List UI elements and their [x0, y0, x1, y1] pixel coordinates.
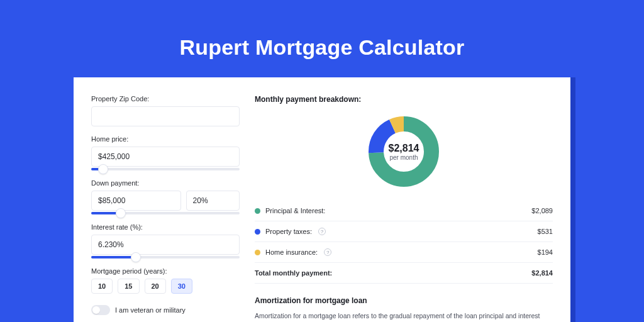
donut-chart: $2,814 per month — [366, 114, 441, 189]
breakdown-row: Principal & Interest:$2,089 — [255, 201, 553, 221]
period-button-20[interactable]: 20 — [145, 279, 166, 294]
interest-rate-label: Interest rate (%): — [91, 223, 240, 231]
donut-chart-wrap: $2,814 per month — [255, 111, 553, 201]
zip-field: Property Zip Code: — [91, 95, 240, 126]
mortgage-period-options: 10152030 — [91, 279, 240, 294]
down-payment-slider[interactable] — [91, 212, 240, 214]
home-price-input[interactable] — [91, 147, 240, 167]
mortgage-period-label: Mortgage period (years): — [91, 267, 240, 275]
breakdown-title: Monthly payment breakdown: — [255, 95, 553, 104]
breakdown-item-label: Home insurance: — [265, 248, 318, 256]
breakdown-item-label: Principal & Interest: — [265, 207, 325, 214]
down-payment-label: Down payment: — [91, 179, 240, 187]
toggle-knob — [92, 306, 100, 314]
amortization-body: Amortization for a mortgage loan refers … — [255, 311, 553, 322]
period-button-30[interactable]: 30 — [171, 279, 192, 294]
down-payment-field: Down payment: — [91, 179, 240, 214]
period-button-15[interactable]: 15 — [118, 279, 139, 294]
slider-thumb[interactable] — [98, 164, 108, 174]
interest-rate-input[interactable] — [91, 235, 240, 255]
breakdown-item-value: $194 — [538, 248, 553, 256]
breakdown-item-label: Property taxes: — [265, 228, 312, 235]
period-button-10[interactable]: 10 — [91, 279, 113, 294]
breakdown-row: Home insurance:?$194 — [255, 242, 553, 263]
veteran-toggle-row: I am veteran or military — [91, 305, 240, 315]
interest-rate-slider[interactable] — [91, 256, 240, 258]
calculator-card: Property Zip Code: Home price: Down paym… — [74, 77, 570, 322]
mortgage-period-field: Mortgage period (years): 10152030 — [91, 267, 240, 294]
legend-dot — [255, 229, 260, 235]
breakdown-row: Property taxes:?$531 — [255, 221, 553, 242]
donut-center-value: $2,814 — [389, 143, 419, 154]
donut-center-label: per month — [389, 154, 418, 161]
legend-dot — [255, 250, 260, 255]
donut-center: $2,814 per month — [366, 114, 441, 189]
help-icon[interactable]: ? — [324, 248, 331, 256]
zip-label: Property Zip Code: — [91, 95, 240, 103]
slider-thumb[interactable] — [116, 208, 126, 218]
total-label: Total monthly payment: — [255, 269, 332, 277]
slider-thumb[interactable] — [131, 252, 141, 262]
down-payment-percent-input[interactable] — [186, 191, 240, 211]
veteran-toggle-label: I am veteran or military — [115, 306, 186, 314]
veteran-toggle[interactable] — [91, 305, 110, 315]
home-price-field: Home price: — [91, 135, 240, 170]
down-payment-input[interactable] — [91, 191, 181, 211]
breakdown-item-value: $531 — [538, 228, 553, 235]
page-title: Rupert Mortgage Calculator — [0, 0, 644, 77]
breakdown-panel: Monthly payment breakdown: $2,814 per mo… — [255, 95, 553, 322]
help-icon[interactable]: ? — [318, 228, 326, 235]
legend-dot — [255, 208, 260, 214]
breakdown-item-value: $2,089 — [531, 207, 553, 214]
amortization-title: Amortization for mortgage loan — [255, 296, 553, 305]
form-panel: Property Zip Code: Home price: Down paym… — [91, 95, 240, 322]
breakdown-rows: Principal & Interest:$2,089Property taxe… — [255, 201, 553, 263]
home-price-label: Home price: — [91, 135, 240, 143]
total-value: $2,814 — [531, 269, 553, 277]
total-row: Total monthly payment: $2,814 — [255, 263, 553, 284]
home-price-slider[interactable] — [91, 168, 240, 170]
interest-rate-field: Interest rate (%): — [91, 223, 240, 258]
amortization-section: Amortization for mortgage loan Amortizat… — [255, 296, 553, 322]
zip-input[interactable] — [91, 106, 240, 126]
